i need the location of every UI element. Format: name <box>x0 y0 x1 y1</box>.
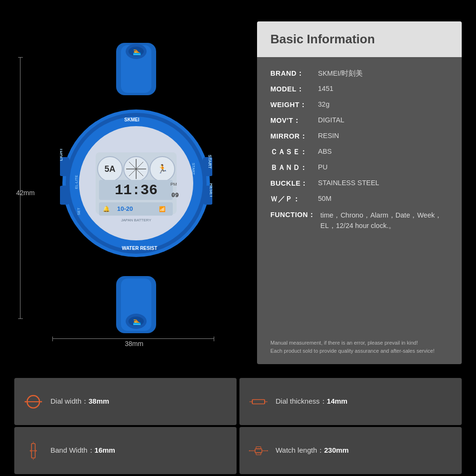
weight-label: WEIGHT： <box>270 100 318 109</box>
svg-text:🔔: 🔔 <box>103 205 110 212</box>
band-row: ＢＡＮＤ： PU <box>270 160 448 176</box>
mirror-value: RESIN <box>318 132 339 139</box>
wp-value: 50M <box>318 195 331 202</box>
svg-text:LIGHT: LIGHT <box>60 148 63 161</box>
svg-text:JAPAN BATTERY: JAPAN BATTERY <box>121 218 151 222</box>
movt-row: MOV'T： DIGITAL <box>270 113 448 129</box>
dial-width-cell: Dial width：38mm <box>14 378 237 425</box>
svg-text:🏃: 🏃 <box>157 164 168 174</box>
watch-image: 🏊 🏊 LIGHT MODE START RESET <box>60 33 212 338</box>
width-label: 38mm <box>125 340 143 347</box>
horizontal-dim-line <box>52 338 214 339</box>
watch-length-text: Watch length：230mm <box>276 446 349 455</box>
spec-row-2: Band Width：16mm Watch length：230mm <box>14 427 462 474</box>
buckle-label: BUCKLE： <box>270 179 318 188</box>
dial-width-icon <box>24 392 43 411</box>
model-label: MODEL： <box>270 85 318 94</box>
svg-marker-68 <box>249 450 249 451</box>
case-row: ＣＡＳＥ： ABS <box>270 144 448 160</box>
svg-marker-51 <box>41 401 42 403</box>
svg-rect-14 <box>60 186 69 205</box>
note-line1: Manual measurement, if there is an error… <box>270 339 448 347</box>
function-label: FUNCTION： <box>270 210 320 219</box>
svg-text:🏊: 🏊 <box>133 317 141 326</box>
band-width-icon <box>24 441 43 460</box>
mirror-label: MIRROR： <box>270 132 318 141</box>
svg-marker-61 <box>30 449 30 452</box>
svg-text:11:36: 11:36 <box>115 182 158 198</box>
svg-text:SKMEI: SKMEI <box>124 117 139 122</box>
buckle-row: BUCKLE： STAINLESS STEEL <box>270 176 448 191</box>
vertical-dim-line <box>20 57 20 319</box>
function-row: FUNCTION： time，Chrono，Alarm，Date，Week，EL… <box>270 207 448 235</box>
info-note: Manual measurement, if there is an error… <box>270 334 448 359</box>
watch-length-icon <box>249 441 268 460</box>
dial-thickness-icon <box>249 392 268 411</box>
svg-rect-63 <box>255 448 262 453</box>
buckle-value: STAINLESS STEEL <box>318 179 379 187</box>
watch-length-cell: Watch length：230mm <box>239 427 462 474</box>
band-width-text: Band Width：16mm <box>50 446 115 455</box>
case-label: ＣＡＳＥ： <box>270 148 318 157</box>
wp-label: Ｗ／Ｐ： <box>270 195 318 204</box>
svg-text:PM: PM <box>170 182 177 187</box>
svg-text:RESET: RESET <box>209 183 212 198</box>
brand-row: BRAND： SKMEI/时刻美 <box>270 66 448 81</box>
svg-text:📶: 📶 <box>159 206 166 212</box>
watch-area: 42mm 🏊 🏊 <box>14 19 243 367</box>
svg-text:EL-LITE: EL-LITE <box>74 175 79 189</box>
spec-row-1: Dial width：38mm Dial thickness：14mm <box>14 378 462 425</box>
svg-text:START: START <box>208 155 212 169</box>
wp-row: Ｗ／Ｐ： 50M <box>270 191 448 207</box>
svg-text:10-20: 10-20 <box>117 205 133 212</box>
brand-label: BRAND： <box>270 69 318 78</box>
note-line2: Each product sold to provide quality ass… <box>270 347 448 356</box>
svg-marker-50 <box>24 401 26 403</box>
svg-text:🏊: 🏊 <box>133 48 141 56</box>
brand-value: SKMEI/时刻美 <box>318 69 363 78</box>
bottom-bar: Dial width：38mm Dial thickness：14mm <box>0 376 476 476</box>
svg-marker-69 <box>268 450 268 451</box>
band-label: ＢＡＮＤ： <box>270 163 318 172</box>
function-value: time，Chrono，Alarm，Date，Week，EL，12/24 hou… <box>320 210 448 231</box>
model-row: MODEL： 1451 <box>270 81 448 97</box>
movt-value: DIGITAL <box>318 116 344 124</box>
movt-label: MOV'T： <box>270 116 318 125</box>
dial-thickness-text: Dial thickness：14mm <box>276 397 347 406</box>
svg-marker-62 <box>36 449 37 452</box>
band-value: PU <box>318 163 327 171</box>
info-title: Basic Information <box>270 32 448 47</box>
dial-width-text: Dial width：38mm <box>50 397 109 406</box>
weight-value: 32g <box>318 100 329 108</box>
svg-text:5A: 5A <box>104 164 115 174</box>
main-area: 42mm 🏊 🏊 <box>0 0 476 376</box>
svg-rect-52 <box>252 399 265 404</box>
band-width-cell: Band Width：16mm <box>14 427 237 474</box>
dial-thickness-cell: Dial thickness：14mm <box>239 378 462 425</box>
case-value: ABS <box>318 148 332 155</box>
height-label: 42mm <box>16 189 35 197</box>
info-body: BRAND： SKMEI/时刻美 MODEL： 1451 WEIGHT： 32g… <box>257 57 462 364</box>
info-header: Basic Information <box>257 21 462 57</box>
svg-text:WATER RESIST: WATER RESIST <box>122 246 157 251</box>
weight-row: WEIGHT： 32g <box>270 97 448 113</box>
info-panel: Basic Information BRAND： SKMEI/时刻美 MODEL… <box>257 21 462 364</box>
mirror-row: MIRROR： RESIN <box>270 129 448 144</box>
svg-text:09: 09 <box>171 192 179 199</box>
model-value: 1451 <box>318 85 333 92</box>
svg-text:SET: SET <box>77 208 81 215</box>
